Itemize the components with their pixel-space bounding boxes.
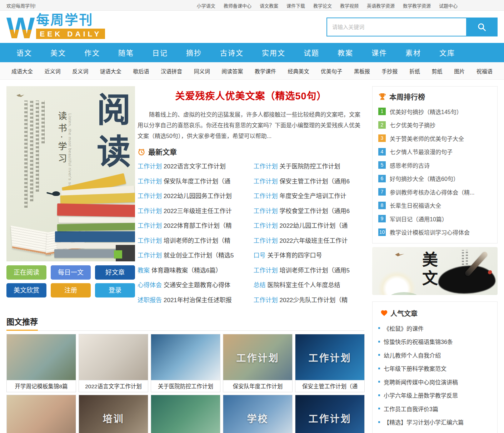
nav-zhaichao[interactable]: 摘抄 (186, 48, 202, 58)
topbar-link-shuxue[interactable]: 数学教学资源 (403, 2, 431, 9)
subnav-shouchaobao[interactable]: 手抄报 (381, 67, 398, 75)
popular-article-link[interactable]: 幼儿教师个人自我介绍 (384, 351, 441, 359)
article-title-link[interactable]: 培训老师工作计划（通用5 (280, 267, 350, 274)
nav-yuwen[interactable]: 语文 (16, 48, 32, 58)
topbar-link-kejian[interactable]: 课件下载 (286, 2, 305, 9)
nav-jiaoan[interactable]: 教案 (338, 48, 353, 58)
article-category-link[interactable]: 工作计划 (254, 222, 278, 229)
article-card[interactable]: 学校学校食堂工作计划（通 (223, 395, 293, 433)
subnav-zhufuyu[interactable]: 祝福语 (476, 67, 493, 75)
nav-gushiwen[interactable]: 古诗文 (220, 48, 244, 58)
article-title-link[interactable]: 学校食堂工作计划（通用6 (280, 208, 350, 215)
nav-riji[interactable]: 日记 (152, 48, 168, 58)
article-category-link[interactable]: 工作计划 (254, 297, 278, 304)
article-category-link[interactable]: 工作计划 (138, 237, 162, 244)
article-category-link[interactable]: 工作计划 (254, 163, 278, 170)
register-button[interactable]: 注册 (51, 283, 91, 297)
article-title-link[interactable]: 2022六年级班主任工作计 (280, 237, 348, 244)
article-title-link[interactable]: 培训老师的工作计划（精 (164, 237, 230, 244)
article-title-link[interactable]: 2021年村治保主任述职报 (164, 297, 232, 304)
reading-poster-image[interactable]: 读书·学习 Listen, the most beautiful river's… (6, 86, 135, 261)
nav-shiti[interactable]: 试题 (304, 48, 319, 58)
article-title-link[interactable]: 就业创业工作计划（精选5 (164, 252, 234, 259)
article-title-link[interactable]: 2022三年级班主任工作计 (164, 208, 232, 215)
popular-article-link[interactable]: 工作员工自我评价3篇 (384, 404, 438, 413)
article-card[interactable]: 2022幼儿园园务工作计 (6, 395, 76, 433)
article-category-link[interactable]: 心得体会 (138, 282, 162, 289)
subnav-heibanbao[interactable]: 黑板报 (354, 67, 370, 75)
article-category-link[interactable]: 工作计划 (254, 193, 278, 200)
article-title-link[interactable]: 年度安全生产培训工作计 (280, 193, 346, 200)
popular-article-link[interactable]: 小学六年级上册数学教学反思 (384, 391, 458, 399)
article-category-link[interactable]: 工作计划 (254, 267, 278, 274)
article-card[interactable]: 工作计划保安主管工作计划（通 (295, 334, 365, 392)
article-category-link[interactable]: 述职报告 (138, 297, 162, 304)
article-category-link[interactable]: 工作计划 (138, 178, 162, 185)
essay-appreciation-button[interactable]: 美文欣赏 (6, 283, 46, 297)
article-category-link[interactable]: 工作计划 (254, 237, 278, 244)
subnav-chengyu[interactable]: 成语大全 (11, 67, 33, 75)
popular-article-link[interactable]: 《松鼠》的课件 (384, 324, 424, 333)
article-category-link[interactable]: 工作计划 (138, 222, 162, 229)
ranking-item[interactable]: 8长辈生日祝福语大全 (378, 199, 491, 212)
topbar-link-jiaoan[interactable]: 语文教案 (260, 2, 278, 9)
ranking-item[interactable]: 1优美好句摘抄（精选145句） (378, 105, 491, 118)
subnav-zhezhi[interactable]: 折纸 (409, 67, 420, 75)
ranking-item[interactable]: 4七夕情人节最浪漫的句子 (378, 145, 491, 159)
subnav-jinyici[interactable]: 近义词 (45, 67, 61, 75)
popular-article-link[interactable]: 惊蛰快乐的祝福语集锦36条 (384, 337, 453, 346)
ranking-item[interactable]: 7参训教师考核办法心得体会（精... (378, 185, 491, 199)
subnav-tongyici[interactable]: 同义词 (194, 67, 210, 75)
featured-article-title[interactable]: 关爱残疾人优美文案（精选50句） (138, 88, 364, 102)
subnav-yuedudaan[interactable]: 阅读答案 (221, 67, 243, 75)
article-category-link[interactable]: 工作计划 (138, 252, 162, 259)
ranking-item[interactable]: 3关于赞美老师的优美句子大全 (378, 132, 491, 145)
nav-meiwen[interactable]: 美文 (50, 48, 66, 58)
article-card[interactable]: 培训年度安全生产培训工作 (79, 395, 148, 433)
article-title-link[interactable]: 2022少先队工作计划（精 (280, 297, 348, 304)
article-category-link[interactable]: 工作计划 (138, 193, 162, 200)
article-card[interactable]: 工作计划保安队年度工作计划 (223, 334, 293, 392)
article-title-link[interactable]: 2022幼儿园工作计划（通 (280, 222, 348, 229)
article-title-link[interactable]: 2022体育部工作计划（精 (164, 222, 232, 229)
login-button[interactable]: 登录 (95, 283, 135, 297)
article-title-link[interactable]: 保安队年度工作计划（通 (164, 178, 230, 185)
topbar-link-beike[interactable]: 教师备课中心 (224, 2, 251, 9)
topbar-link-xiaoxueyuwen[interactable]: 小学语文 (197, 2, 215, 9)
subnav-tupian[interactable]: 图片 (454, 67, 465, 75)
subnav-pinyin[interactable]: 汉语拼音 (161, 67, 182, 75)
ranking-item[interactable]: 6好句摘抄大全（精选60句） (378, 172, 491, 186)
subnav-jingdianmeiwen[interactable]: 经典美文 (288, 67, 309, 75)
topbar-link-shiti[interactable]: 试题中心 (439, 2, 458, 9)
ranking-item[interactable]: 9军训日记（通用10篇） (378, 212, 491, 226)
search-button[interactable] (466, 18, 497, 36)
article-category-link[interactable]: 工作计划 (254, 178, 278, 185)
nav-sucai[interactable]: 素材 (405, 48, 421, 58)
article-card[interactable]: 2022三年级班主任工作 (151, 395, 220, 433)
subnav-youmeijuzi[interactable]: 优美句子 (321, 67, 342, 75)
nav-suibi[interactable]: 随笔 (118, 48, 134, 58)
article-card[interactable]: 工作计划2022体育部工作计划 (295, 395, 365, 433)
article-category-link[interactable]: 工作计划 (138, 163, 162, 170)
topbar-link-shipin[interactable]: 教学视频 (340, 2, 359, 9)
topbar-link-lunwen[interactable]: 教学论文 (313, 2, 332, 9)
article-card[interactable]: 关于医院防控工作计划 (151, 334, 220, 392)
popular-article-link[interactable]: 【精选】学习计划小学汇编六篇 (384, 418, 464, 426)
ranking-item[interactable]: 2七夕优美句子摘抄 (378, 118, 491, 132)
article-category-link[interactable]: 工作计划 (138, 208, 162, 215)
article-title-link[interactable]: 体育趣味教案（精选6篇） (151, 267, 221, 274)
search-input[interactable] (327, 18, 466, 36)
subnav-jianzhi[interactable]: 剪纸 (432, 67, 443, 75)
article-card[interactable]: 2022语言文字工作计划 (79, 334, 148, 392)
popular-article-link[interactable]: 七年级下册科学教案范文 (384, 364, 446, 373)
article-category-link[interactable]: 工作计划 (254, 208, 278, 215)
article-title-link[interactable]: 医院科室主任个人年度总结 (268, 282, 340, 289)
article-category-link[interactable]: 教案 (138, 267, 150, 274)
site-logo[interactable]: W W 每周学刊 EEK DAILY (6, 13, 105, 41)
subnav-fanyici[interactable]: 反义词 (72, 67, 88, 75)
ranking-item[interactable]: 5感恩老师的古诗 (378, 158, 491, 172)
nav-zuowen[interactable]: 作文 (84, 48, 100, 58)
nav-shiyongwen[interactable]: 实用文 (262, 48, 285, 58)
meiwen-banner-image[interactable]: 美文 (372, 247, 498, 295)
daily-article-button[interactable]: 每日一文 (51, 265, 91, 280)
